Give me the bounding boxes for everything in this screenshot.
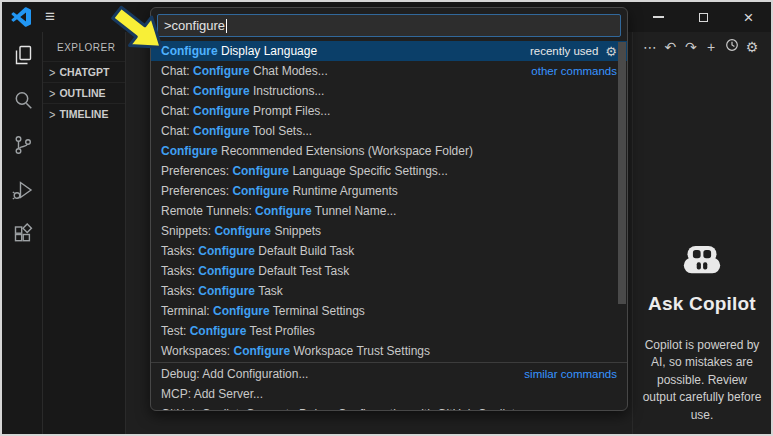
command-label: Chat: Configure Chat Modes... xyxy=(161,64,328,78)
results-separator xyxy=(151,362,627,363)
match-highlight: Configure xyxy=(161,44,218,58)
match-highlight: Configure xyxy=(190,324,247,338)
command-label: Preferences: Configure Language Specific… xyxy=(161,164,448,178)
palette-row[interactable]: Chat: Configure Prompt Files... xyxy=(151,101,627,121)
palette-row[interactable]: Tasks: Configure Default Test Task xyxy=(151,261,627,281)
redo-icon[interactable]: ↷ xyxy=(682,38,700,56)
match-highlight: Configure xyxy=(213,304,270,318)
palette-row[interactable]: Chat: Configure Tool Sets... xyxy=(151,121,627,141)
menu-hamburger-icon[interactable]: ≡ xyxy=(38,6,62,28)
activity-bar xyxy=(2,32,43,434)
palette-row[interactable]: Terminal: Configure Terminal Settings xyxy=(151,301,627,321)
command-label: Terminal: Configure Terminal Settings xyxy=(161,304,365,318)
chat-disclaimer: Copilot is powered by AI, so mistakes ar… xyxy=(640,337,764,424)
command-label: Chat: Configure Prompt Files... xyxy=(161,104,330,118)
palette-row[interactable]: Preferences: Configure Runtime Arguments xyxy=(151,181,627,201)
more-actions-icon[interactable]: ⋯ xyxy=(641,38,659,56)
command-results-list: Configure Display Languagerecently used⚙… xyxy=(151,41,627,411)
section-label: TIMELINE xyxy=(59,108,108,120)
sidebar-section-outline[interactable]: >OUTLINE xyxy=(43,82,125,103)
activity-source-control-icon[interactable] xyxy=(2,122,43,167)
match-highlight: Configure xyxy=(161,144,218,158)
maximize-icon xyxy=(699,13,708,22)
activity-run-debug-icon[interactable] xyxy=(2,167,43,212)
activity-search-icon[interactable] xyxy=(2,77,43,122)
command-label: Debug: Add Configuration... xyxy=(161,367,308,381)
match-highlight: Configure xyxy=(198,284,255,298)
chat-toolbar: ⋯↶↷+⚙ xyxy=(633,32,771,56)
palette-row[interactable]: Chat: Configure Instructions... xyxy=(151,81,627,101)
palette-row[interactable]: MCP: Add Server... xyxy=(151,384,627,404)
command-label: Chat: Configure Instructions... xyxy=(161,84,324,98)
match-highlight: Configure xyxy=(193,104,250,118)
section-label: OUTLINE xyxy=(59,87,105,99)
command-input-value: >configure xyxy=(164,18,225,33)
recently-used-label: recently used xyxy=(530,45,598,57)
commands-group-link[interactable]: other commands xyxy=(531,65,617,77)
palette-row[interactable]: Snippets: Configure Snippets xyxy=(151,221,627,241)
chat-heading: Ask Copilot xyxy=(648,293,756,315)
commands-group-link[interactable]: similar commands xyxy=(524,368,617,380)
command-input[interactable]: >configure xyxy=(157,14,621,37)
history-icon[interactable] xyxy=(723,38,741,56)
command-label: Workspaces: Configure Workspace Trust Se… xyxy=(161,344,430,358)
match-highlight: Configure xyxy=(193,84,250,98)
command-label: Test: Configure Test Profiles xyxy=(161,324,315,338)
command-label: Snippets: Configure Snippets xyxy=(161,224,321,238)
command-label: Tasks: Configure Task xyxy=(161,284,283,298)
palette-row[interactable]: Configure Display Languagerecently used⚙ xyxy=(151,41,627,61)
palette-row[interactable]: Tasks: Configure Default Build Task xyxy=(151,241,627,261)
command-label: MCP: Add Server... xyxy=(161,387,263,401)
match-highlight: Configure xyxy=(198,244,255,258)
palette-row[interactable]: Chat: Configure Chat Modes...other comma… xyxy=(151,61,627,81)
chevron-right-icon: > xyxy=(49,65,55,79)
copilot-chat-panel: ⋯↶↷+⚙ Ask Copilot Copilot is powered by … xyxy=(632,32,771,434)
sidebar-title: EXPLORER xyxy=(43,32,125,61)
minimize-button[interactable] xyxy=(636,2,681,32)
match-highlight: Configure xyxy=(193,64,250,78)
palette-row[interactable]: Configure Recommended Extensions (Worksp… xyxy=(151,141,627,161)
command-label: Preferences: Configure Runtime Arguments xyxy=(161,184,398,198)
extensions-icon xyxy=(11,223,35,247)
palette-row[interactable]: Debug: Add Configuration...similar comma… xyxy=(151,364,627,384)
palette-row[interactable]: Remote Tunnels: Configure Tunnel Name... xyxy=(151,201,627,221)
match-highlight: Configure xyxy=(232,164,289,178)
match-highlight: Configure xyxy=(232,184,289,198)
activity-explorer-icon[interactable] xyxy=(2,32,43,77)
match-highlight: Configure xyxy=(198,264,255,278)
vscode-logo-icon xyxy=(11,7,31,27)
maximize-button[interactable] xyxy=(681,2,726,32)
sidebar-section-timeline[interactable]: >TIMELINE xyxy=(43,103,125,124)
settings-gear-icon[interactable]: ⚙ xyxy=(743,38,761,56)
command-label: Remote Tunnels: Configure Tunnel Name... xyxy=(161,204,396,218)
command-label: GitHub Copilot: Generate Debug Configura… xyxy=(161,407,515,411)
new-chat-icon[interactable]: + xyxy=(702,38,720,56)
match-highlight: Configure xyxy=(233,344,290,358)
palette-row[interactable]: Tasks: Configure Task xyxy=(151,281,627,301)
search-icon xyxy=(11,88,35,112)
explorer-sidebar: EXPLORER >CHATGPT>OUTLINE>TIMELINE xyxy=(43,32,126,434)
palette-row[interactable]: GitHub Copilot: Generate Debug Configura… xyxy=(151,404,627,411)
minimize-icon xyxy=(653,16,664,17)
configure-keybinding-gear-icon[interactable]: ⚙ xyxy=(605,44,617,59)
match-highlight: Configure xyxy=(214,224,271,238)
source-control-icon xyxy=(11,133,35,157)
sidebar-section-chatgpt[interactable]: >CHATGPT xyxy=(43,61,125,82)
undo-icon[interactable]: ↶ xyxy=(661,38,679,56)
command-label: Tasks: Configure Default Test Task xyxy=(161,264,349,278)
chevron-right-icon: > xyxy=(49,107,55,121)
command-label: Chat: Configure Tool Sets... xyxy=(161,124,312,138)
run-debug-icon xyxy=(11,178,35,202)
vscode-window: ≡ × EXPLORER >CHATGPT>OUTLINE>TIMELINE ⋯… xyxy=(0,0,773,436)
match-highlight: Configure xyxy=(255,204,312,218)
command-label: Configure Recommended Extensions (Worksp… xyxy=(161,144,473,158)
palette-scrollbar[interactable] xyxy=(618,42,626,304)
palette-row[interactable]: Test: Configure Test Profiles xyxy=(151,321,627,341)
activity-extensions-icon[interactable] xyxy=(2,212,43,257)
explorer-icon xyxy=(11,43,35,67)
command-palette: >configure Configure Display Languagerec… xyxy=(150,7,628,411)
palette-row[interactable]: Workspaces: Configure Workspace Trust Se… xyxy=(151,341,627,361)
chat-welcome: Ask Copilot Copilot is powered by AI, so… xyxy=(633,244,771,424)
close-button[interactable]: × xyxy=(726,2,771,32)
palette-row[interactable]: Preferences: Configure Language Specific… xyxy=(151,161,627,181)
